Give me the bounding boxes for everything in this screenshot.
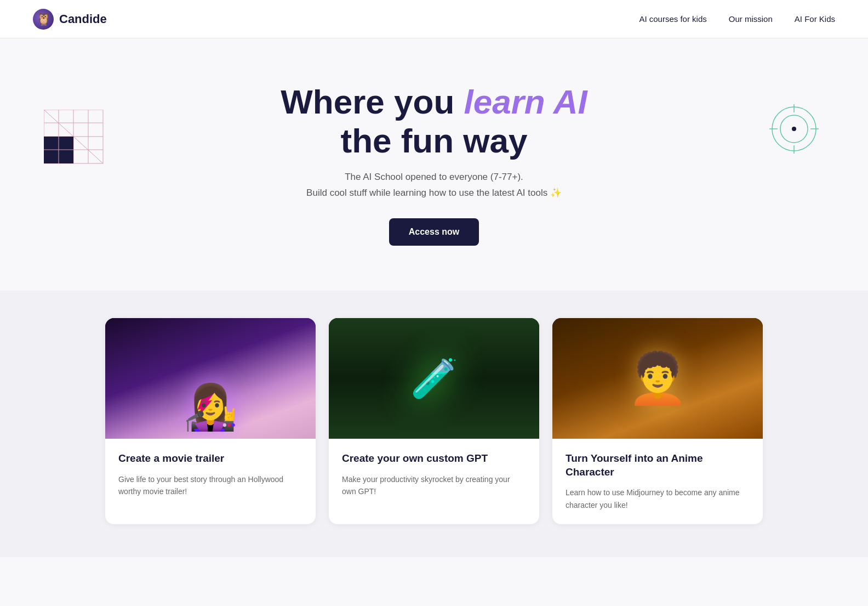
hero-title: Where you learn AI the fun way xyxy=(11,82,857,161)
navbar: Candide AI courses for kids Our mission … xyxy=(0,0,868,38)
hero-subtitle1: The AI School opened to everyone (7-77+)… xyxy=(11,172,857,183)
card-custom-gpt-image xyxy=(329,318,539,439)
card-movie-trailer-desc: Give life to your best story through an … xyxy=(118,473,302,498)
card-anime-character: Turn Yourself into an Anime Character Le… xyxy=(552,318,763,524)
card-movie-trailer: Create a movie trailer Give life to your… xyxy=(105,318,316,524)
deco-grid-left xyxy=(44,110,104,165)
svg-point-13 xyxy=(792,127,796,131)
nav-ai-for-kids[interactable]: AI For Kids xyxy=(795,14,835,24)
card-custom-gpt-body: Create your own custom GPT Make your pro… xyxy=(329,439,539,511)
cards-section: Create a movie trailer Give life to your… xyxy=(0,291,868,557)
card-movie-trailer-image xyxy=(105,318,316,439)
nav-links: AI courses for kids Our mission AI For K… xyxy=(639,14,835,24)
access-now-button[interactable]: Access now xyxy=(389,218,479,246)
cards-grid: Create a movie trailer Give life to your… xyxy=(105,318,763,524)
hero-title-prefix: Where you xyxy=(281,83,464,121)
card-custom-gpt-desc: Make your productivity skyrocket by crea… xyxy=(342,473,526,498)
hero-section: Where you learn AI the fun way The AI Sc… xyxy=(0,38,868,291)
hero-subtitle2: Build cool stuff while learning how to u… xyxy=(11,187,857,199)
card-custom-gpt: Create your own custom GPT Make your pro… xyxy=(329,318,539,524)
hero-title-suffix: the fun way xyxy=(340,122,527,160)
card-anime-character-body: Turn Yourself into an Anime Character Le… xyxy=(552,439,763,524)
card-anime-character-image xyxy=(552,318,763,439)
card-movie-trailer-title: Create a movie trailer xyxy=(118,452,302,466)
card-movie-trailer-body: Create a movie trailer Give life to your… xyxy=(105,439,316,511)
logo-icon xyxy=(33,9,54,30)
hero-title-highlight: learn AI xyxy=(464,83,587,121)
card-anime-character-desc: Learn how to use Midjourney to become an… xyxy=(566,486,750,511)
nav-ai-courses[interactable]: AI courses for kids xyxy=(639,14,706,24)
nav-our-mission[interactable]: Our mission xyxy=(729,14,773,24)
deco-crosshair-right xyxy=(769,104,819,154)
logo-text: Candide xyxy=(59,12,107,26)
card-anime-character-title: Turn Yourself into an Anime Character xyxy=(566,452,750,479)
logo[interactable]: Candide xyxy=(33,9,107,30)
card-custom-gpt-title: Create your own custom GPT xyxy=(342,452,526,466)
